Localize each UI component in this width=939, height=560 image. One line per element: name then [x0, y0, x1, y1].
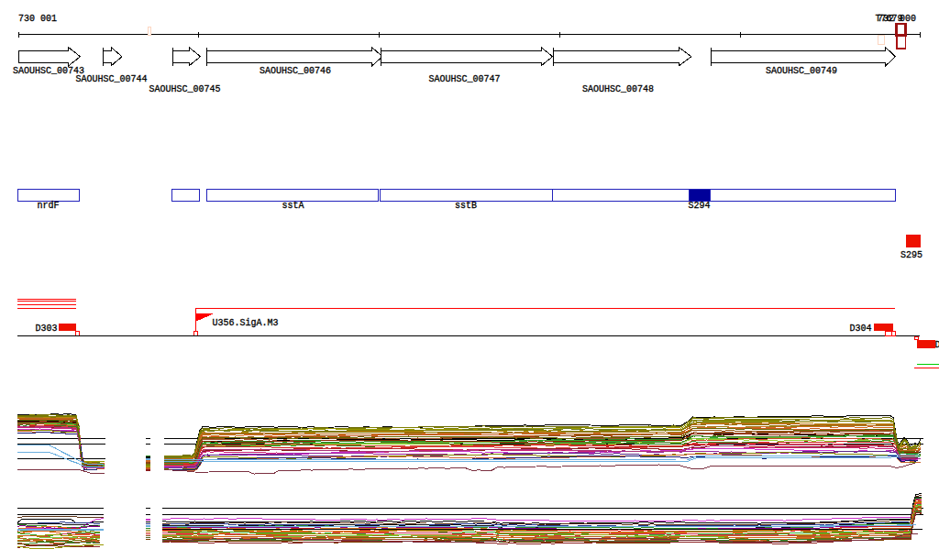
svg-text:SAOUHSC_00749: SAOUHSC_00749: [766, 66, 837, 76]
svg-text:SAOUHSC_00746: SAOUHSC_00746: [260, 66, 331, 76]
svg-text:nrdF: nrdF: [38, 201, 60, 211]
svg-text:D304: D304: [850, 324, 872, 334]
svg-text:S294: S294: [689, 201, 711, 211]
svg-text:D303: D303: [36, 324, 58, 334]
svg-text:S295: S295: [900, 250, 922, 260]
svg-text:SAOUHSC_00744: SAOUHSC_00744: [76, 74, 148, 84]
svg-text:U356.SigA.M3: U356.SigA.M3: [213, 318, 279, 328]
svg-text:SAOUHSC_00747: SAOUHSC_00747: [429, 74, 501, 84]
svg-text:732 000: 732 000: [878, 14, 916, 24]
svg-text:SAOUHSC_00743: SAOUHSC_00743: [13, 66, 84, 76]
svg-text:730 001: 730 001: [18, 14, 57, 24]
svg-text:D305: D305: [935, 340, 939, 350]
svg-text:sstB: sstB: [455, 201, 477, 211]
svg-text:sstA: sstA: [282, 201, 304, 211]
svg-text:SAOUHSC_00745: SAOUHSC_00745: [149, 84, 221, 94]
svg-text:SAOUHSC_00748: SAOUHSC_00748: [582, 84, 654, 94]
